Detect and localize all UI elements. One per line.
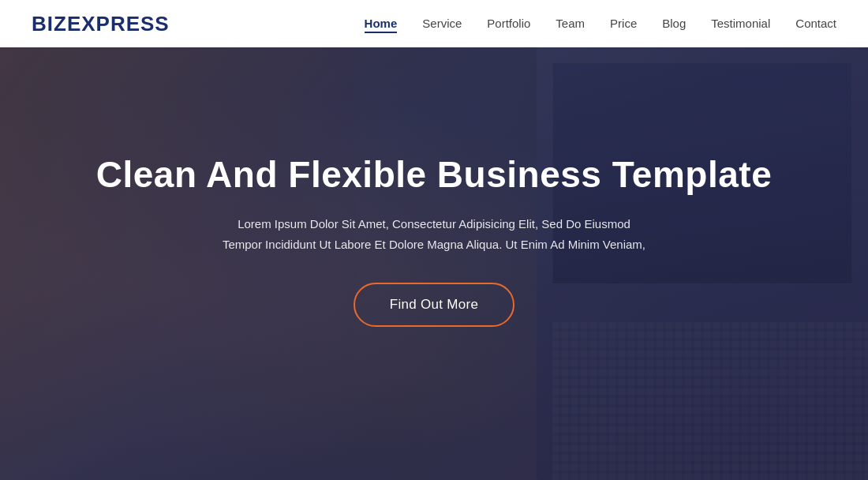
nav-item-blog[interactable]: Blog — [662, 17, 686, 31]
hero-subtitle: Lorem Ipsum Dolor Sit Amet, Consectetur … — [96, 214, 772, 254]
hero-cta-button[interactable]: Find Out More — [354, 283, 515, 327]
nav-link-blog[interactable]: Blog — [662, 17, 686, 30]
nav-item-team[interactable]: Team — [556, 17, 585, 31]
nav-link-home[interactable]: Home — [365, 17, 398, 33]
hero-subtitle-line1: Lorem Ipsum Dolor Sit Amet, Consectetur … — [238, 217, 630, 231]
brand-logo[interactable]: BIZEXPRESS — [32, 12, 170, 36]
nav-item-service[interactable]: Service — [422, 17, 462, 31]
nav-link-testimonial[interactable]: Testimonial — [711, 17, 770, 30]
nav-item-testimonial[interactable]: Testimonial — [711, 17, 770, 31]
nav-item-contact[interactable]: Contact — [795, 17, 836, 31]
hero-content: Clean And Flexible Business Template Lor… — [80, 137, 788, 343]
nav-item-home[interactable]: Home — [365, 17, 398, 31]
navbar: BIZEXPRESS Home Service Portfolio Team P… — [0, 0, 868, 47]
nav-link-portfolio[interactable]: Portfolio — [487, 17, 530, 30]
nav-links: Home Service Portfolio Team Price Blog T… — [365, 17, 836, 31]
hero-section: BIZEXPRESS Home Service Portfolio Team P… — [0, 0, 868, 480]
nav-item-price[interactable]: Price — [610, 17, 637, 31]
nav-link-price[interactable]: Price — [610, 17, 637, 30]
hero-subtitle-line2: Tempor Incididunt Ut Labore Et Dolore Ma… — [223, 238, 645, 251]
nav-link-service[interactable]: Service — [422, 17, 462, 30]
nav-item-portfolio[interactable]: Portfolio — [487, 17, 530, 31]
hero-title: Clean And Flexible Business Template — [96, 153, 772, 197]
nav-link-contact[interactable]: Contact — [795, 17, 836, 30]
nav-link-team[interactable]: Team — [556, 17, 585, 30]
